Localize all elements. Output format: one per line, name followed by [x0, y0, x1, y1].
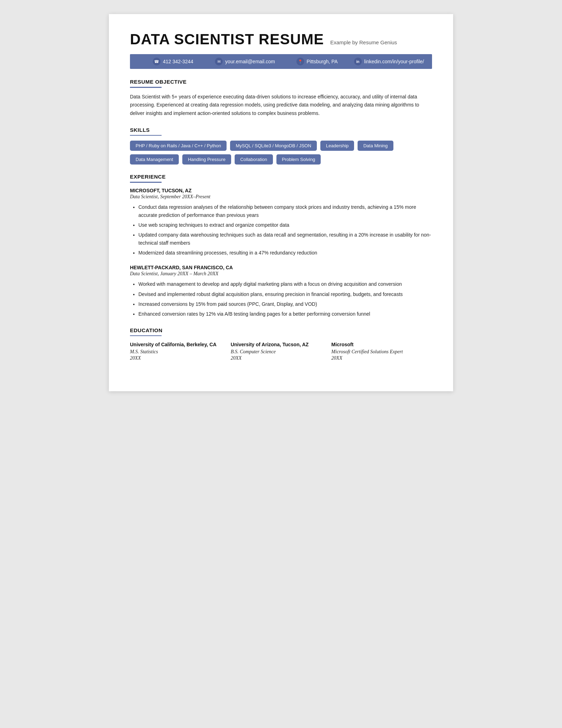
education-section: EDUCATION University of California, Berk… [130, 327, 432, 361]
skill-badge: Problem Solving [276, 154, 321, 165]
job-bullet: Updated company data warehousing techniq… [138, 231, 432, 247]
job-title: Data Scientist, January 20XX – March 20X… [130, 271, 432, 277]
job-bullets: Worked with management to develop and ap… [130, 280, 432, 318]
job-bullet: Increased conversions by 15% from paid s… [138, 300, 432, 308]
contact-bar: ☎ 412 342-3244 ✉ your.email@email.com 📍 … [130, 54, 432, 69]
linkedin-icon: in [354, 58, 362, 65]
job-company: MICROSOFT, Tucson, AZ [130, 188, 432, 193]
resume-subtitle: Example by Resume Genius [330, 39, 397, 45]
edu-year: 20XX [231, 355, 332, 361]
resume-document: DATA SCIENTIST RESUME Example by Resume … [109, 14, 453, 391]
objective-text: Data Scientist with 5+ years of experien… [130, 93, 432, 118]
contact-phone: ☎ 412 342-3244 [137, 58, 209, 65]
job-title: Data Scientist, September 20XX–Present [130, 194, 432, 200]
edu-col: University of Arizona, Tucson, AZB.S. Co… [231, 341, 332, 361]
job-entry: HEWLETT-PACKARD, San Francisco, CAData S… [130, 265, 432, 318]
job-entry: MICROSOFT, Tucson, AZData Scientist, Sep… [130, 188, 432, 257]
job-bullet: Modernized data streamlining processes, … [138, 249, 432, 257]
skill-badge: Handling Pressure [182, 154, 231, 165]
job-company: HEWLETT-PACKARD, San Francisco, CA [130, 265, 432, 270]
skill-badge: Collaboration [235, 154, 273, 165]
edu-degree: Microsoft Certified Solutions Expert [331, 349, 432, 355]
job-bullet: Enhanced conversion rates by 12% via A/B… [138, 310, 432, 318]
objective-divider [130, 87, 162, 88]
edu-institution: Microsoft [331, 341, 432, 348]
education-grid: University of California, Berkeley, CAM.… [130, 341, 432, 361]
edu-institution: University of Arizona, Tucson, AZ [231, 341, 332, 348]
contact-linkedin: in linkedin.com/in/your-profile/ [353, 58, 425, 65]
education-divider [130, 335, 162, 336]
edu-col: University of California, Berkeley, CAM.… [130, 341, 231, 361]
edu-year: 20XX [331, 355, 432, 361]
job-bullet: Devised and implemented robust digital a… [138, 290, 432, 298]
edu-col: MicrosoftMicrosoft Certified Solutions E… [331, 341, 432, 361]
edu-degree: B.S. Computer Science [231, 349, 332, 355]
objective-section: RESUME OBJECTIVE Data Scientist with 5+ … [130, 79, 432, 118]
skills-divider [130, 135, 162, 136]
experience-title: EXPERIENCE [130, 174, 432, 180]
contact-location: 📍 Pittsburgh, PA [281, 58, 353, 65]
objective-title: RESUME OBJECTIVE [130, 79, 432, 85]
job-bullet: Worked with management to develop and ap… [138, 280, 432, 288]
email-icon: ✉ [215, 58, 223, 65]
job-bullets: Conduct data regression analyses of the … [130, 203, 432, 257]
skill-badge: MySQL / SQLite3 / MongoDB / JSON [230, 141, 317, 151]
edu-degree: M.S. Statistics [130, 349, 231, 355]
skill-badge: Data Management [130, 154, 179, 165]
skill-badge: Leadership [320, 141, 354, 151]
skill-badge: PHP / Ruby on Rails / Java / C++ / Pytho… [130, 141, 227, 151]
skills-grid: PHP / Ruby on Rails / Java / C++ / Pytho… [130, 141, 432, 165]
edu-institution: University of California, Berkeley, CA [130, 341, 231, 348]
header-title-row: DATA SCIENTIST RESUME Example by Resume … [130, 31, 432, 48]
skill-badge: Data Mining [358, 141, 393, 151]
location-icon: 📍 [296, 58, 304, 65]
phone-icon: ☎ [153, 58, 161, 65]
experience-divider [130, 182, 162, 183]
skills-title: SKILLS [130, 127, 432, 133]
skills-section: SKILLS PHP / Ruby on Rails / Java / C++ … [130, 127, 432, 165]
job-bullet: Use web scraping techniques to extract a… [138, 221, 432, 229]
edu-year: 20XX [130, 355, 231, 361]
resume-main-title: DATA SCIENTIST RESUME [130, 31, 324, 48]
contact-email: ✉ your.email@email.com [209, 58, 281, 65]
jobs-container: MICROSOFT, Tucson, AZData Scientist, Sep… [130, 188, 432, 318]
experience-section: EXPERIENCE MICROSOFT, Tucson, AZData Sci… [130, 174, 432, 318]
job-bullet: Conduct data regression analyses of the … [138, 203, 432, 219]
education-title: EDUCATION [130, 327, 432, 333]
